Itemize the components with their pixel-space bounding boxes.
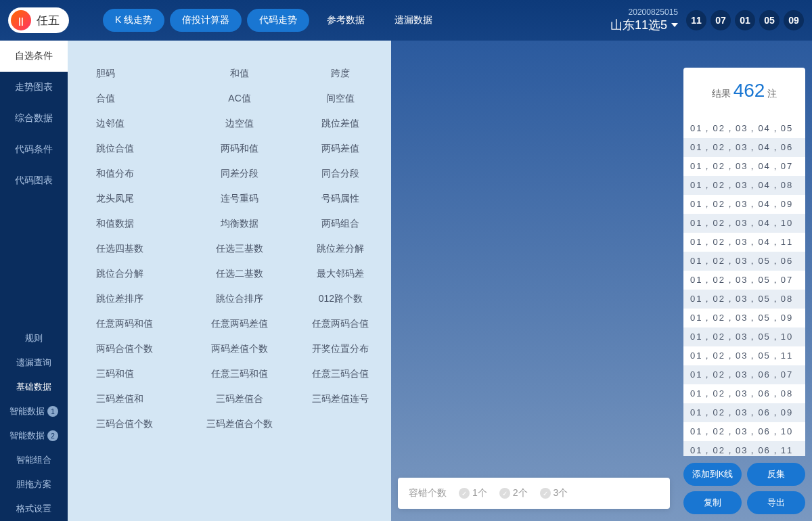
result-row[interactable]: 01，02，03，04，10: [683, 214, 805, 233]
result-row[interactable]: 01，02，03，04，07: [683, 157, 805, 176]
copy-button[interactable]: 复制: [683, 491, 742, 514]
grid-cell[interactable]: AC值: [189, 86, 290, 111]
nav-reference[interactable]: 参考数据: [315, 9, 377, 32]
grid-cell[interactable]: 均衡数据: [189, 211, 290, 236]
grid-cell[interactable]: 任意两码和值: [88, 311, 189, 336]
grid-cell[interactable]: 跳位合排序: [189, 286, 290, 311]
grid-cell[interactable]: 和值: [189, 61, 290, 86]
result-row[interactable]: 01，02，03，06，11: [683, 441, 805, 456]
result-row[interactable]: 01，02，03，05，11: [683, 346, 805, 365]
sidebar-code-conditions[interactable]: 代码条件: [0, 134, 68, 165]
ball-5: 09: [784, 10, 804, 30]
grid-cell[interactable]: 两码差值个数: [189, 336, 290, 361]
result-row[interactable]: 01，02，03，04，06: [683, 138, 805, 157]
result-list[interactable]: 01，02，03，04，0501，02，03，04，0601，02，03，04，…: [683, 114, 805, 456]
sidebar-bottom-item[interactable]: 智能数据2: [0, 424, 68, 448]
result-row[interactable]: 01，02，03，04，11: [683, 233, 805, 252]
grid-cell[interactable]: 连号重码: [189, 186, 290, 211]
nav-calculator[interactable]: 倍投计算器: [170, 9, 242, 32]
grid-cell[interactable]: 三码差值和: [88, 386, 189, 411]
main: 自选条件 走势图表 综合数据 代码条件 代码图表 规则遗漏查询基础数据智能数据1…: [0, 41, 812, 521]
grid-cell[interactable]: 同差分段: [189, 161, 290, 186]
grid-cell[interactable]: 两码差值: [290, 136, 391, 161]
grid-cell[interactable]: 两码和值: [189, 136, 290, 161]
sidebar-bottom-item[interactable]: 遗漏查询: [0, 350, 68, 375]
result-row[interactable]: 01，02，03，05，06: [683, 252, 805, 271]
period-number: 20200825015: [610, 7, 678, 17]
logo-text: 任五: [37, 13, 60, 28]
sidebar-bottom-item[interactable]: 胆拖方案: [0, 472, 68, 497]
grid-row: 三码和值任意三码和值任意三码合值: [88, 361, 391, 386]
export-button[interactable]: 导出: [747, 491, 805, 514]
grid-cell[interactable]: 跳位合值: [88, 136, 189, 161]
logo-pill[interactable]: || 任五: [8, 7, 69, 33]
result-row[interactable]: 01，02，03，04，05: [683, 119, 805, 138]
grid-cell[interactable]: 边空值: [189, 111, 290, 136]
grid-cell[interactable]: 胆码: [88, 61, 189, 86]
grid-cell[interactable]: 任意三码合值: [290, 361, 391, 386]
grid-cell[interactable]: 任意两码合值: [290, 311, 391, 336]
grid-cell: [290, 411, 391, 436]
grid-cell[interactable]: 三码差值连号: [290, 386, 391, 411]
result-row[interactable]: 01，02，03，05，08: [683, 290, 805, 309]
result-row[interactable]: 01，02，03，06，08: [683, 384, 805, 403]
grid-cell[interactable]: 和值数据: [88, 211, 189, 236]
sidebar-code-chart[interactable]: 代码图表: [0, 165, 68, 196]
invert-button[interactable]: 反集: [747, 463, 805, 486]
grid-cell[interactable]: 三码合值个数: [88, 411, 189, 436]
nav-kline[interactable]: K 线走势: [103, 9, 164, 32]
result-row[interactable]: 01，02，03，05，10: [683, 327, 805, 346]
result-row[interactable]: 01，02，03，06，10: [683, 422, 805, 441]
grid-cell[interactable]: 龙头凤尾: [88, 186, 189, 211]
grid-cell[interactable]: 跳位差分解: [290, 236, 391, 261]
grid-cell[interactable]: 任意两码差值: [189, 311, 290, 336]
grid-cell[interactable]: 合值: [88, 86, 189, 111]
result-count: 462: [734, 80, 765, 101]
sidebar-custom-conditions[interactable]: 自选条件: [0, 41, 68, 72]
grid-cell[interactable]: 跳位合分解: [88, 261, 189, 286]
sidebar-trend-chart[interactable]: 走势图表: [0, 72, 68, 103]
sidebar-comprehensive[interactable]: 综合数据: [0, 103, 68, 134]
grid-cell[interactable]: 两码组合: [290, 211, 391, 236]
tolerance-opt-3[interactable]: 3个: [540, 487, 568, 499]
grid-cell[interactable]: 三码差值合个数: [189, 411, 290, 436]
grid-cell[interactable]: 两码合值个数: [88, 336, 189, 361]
grid-cell[interactable]: 开奖位置分布: [290, 336, 391, 361]
sidebar-bottom-item[interactable]: 规则: [0, 326, 68, 350]
grid-cell[interactable]: 三码差值合: [189, 386, 290, 411]
grid-cell[interactable]: 号码属性: [290, 186, 391, 211]
result-row[interactable]: 01，02，03，05，07: [683, 271, 805, 290]
badge-icon: 2: [47, 430, 58, 441]
grid-cell[interactable]: 边邻值: [88, 111, 189, 136]
grid-cell[interactable]: 和值分布: [88, 161, 189, 186]
grid-cell[interactable]: 任选二基数: [189, 261, 290, 286]
grid-cell[interactable]: 任选三基数: [189, 236, 290, 261]
sidebar-bottom-item[interactable]: 格式设置: [0, 497, 68, 521]
grid-cell[interactable]: 最大邻码差: [290, 261, 391, 286]
result-row[interactable]: 01，02，03，05，09: [683, 309, 805, 327]
sidebar-bottom-item[interactable]: 智能组合: [0, 448, 68, 472]
tolerance-opt-2[interactable]: 2个: [499, 487, 528, 499]
grid-cell[interactable]: 跳位差排序: [88, 286, 189, 311]
grid-cell[interactable]: 任意三码和值: [189, 361, 290, 386]
result-row[interactable]: 01，02，03，06，07: [683, 365, 805, 384]
grid-cell[interactable]: 012路个数: [290, 286, 391, 311]
grid-cell[interactable]: 跨度: [290, 61, 391, 86]
result-row[interactable]: 01，02，03，04，09: [683, 195, 805, 214]
nav-missing[interactable]: 遗漏数据: [382, 9, 445, 32]
grid-cell[interactable]: 任选四基数: [88, 236, 189, 261]
result-row[interactable]: 01，02，03，04，08: [683, 176, 805, 195]
nav-code-trend[interactable]: 代码走势: [247, 9, 309, 32]
add-to-kline-button[interactable]: 添加到K线: [683, 463, 742, 486]
result-row[interactable]: 01，02，03，06，09: [683, 403, 805, 422]
tolerance-opt-1[interactable]: 1个: [459, 487, 487, 499]
lottery-name-text: 山东11选5: [610, 17, 667, 33]
grid-cell[interactable]: 三码和值: [88, 361, 189, 386]
grid-cell[interactable]: 跳位差值: [290, 111, 391, 136]
grid-row: 胆码和值跨度: [88, 61, 391, 86]
sidebar-bottom-item[interactable]: 智能数据1: [0, 399, 68, 424]
grid-cell[interactable]: 间空值: [290, 86, 391, 111]
grid-cell[interactable]: 同合分段: [290, 161, 391, 186]
sidebar-bottom-item[interactable]: 基础数据: [0, 375, 68, 399]
lottery-selector[interactable]: 山东11选5: [610, 17, 678, 33]
